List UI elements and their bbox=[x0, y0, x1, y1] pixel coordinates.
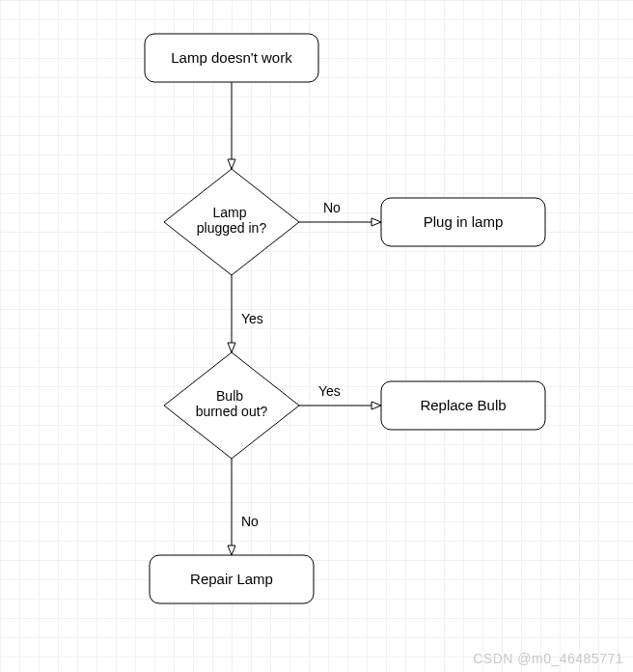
edge-label-d2-a2: Yes bbox=[318, 383, 341, 399]
edge-label-d1-d2: Yes bbox=[241, 311, 263, 326]
node-start-label: Lamp doesn't work bbox=[171, 49, 292, 66]
node-a3-label: Repair Lamp bbox=[190, 571, 273, 587]
node-a2-label: Replace Bulb bbox=[420, 397, 506, 413]
watermark: CSDN @m0_46485771 bbox=[473, 651, 623, 666]
edge-label-d1-a1: No bbox=[323, 200, 341, 215]
node-a1-label: Plug in lamp bbox=[424, 213, 504, 230]
edge-label-d2-a3: No bbox=[241, 514, 259, 529]
flowchart-canvas: No Yes Yes No Lamp doesn't work Lamp plu… bbox=[0, 0, 633, 672]
